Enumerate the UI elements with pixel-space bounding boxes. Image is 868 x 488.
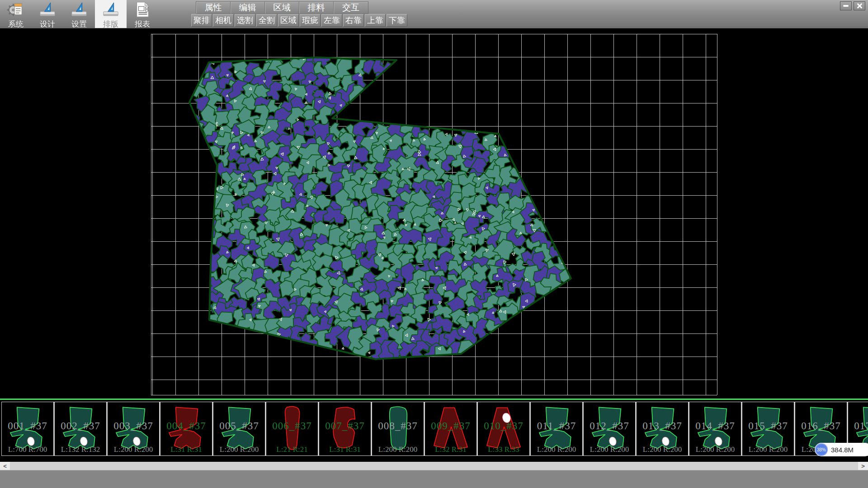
part-lr-count: L:200 R:200 <box>637 445 688 454</box>
part-tile-008_#37[interactable]: 008_#37L:200 R:200 <box>372 402 425 456</box>
action-button-7[interactable]: 左靠 <box>321 14 342 27</box>
module-button-3[interactable]: 设置 <box>63 0 95 28</box>
part-label: 002_#37 <box>55 420 106 432</box>
part-tile-005_#37[interactable]: 005_#37L:200 R:200 <box>213 402 266 456</box>
module-button-1[interactable]: 系统 <box>0 0 32 28</box>
part-tile-010_#37[interactable]: 010_#37L:33 R:33 <box>477 402 530 456</box>
menu-tab-2[interactable]: 编辑 <box>231 2 265 14</box>
part-lr-count: L:200 R:200 <box>372 445 424 454</box>
part-label: 014_#37 <box>689 420 741 432</box>
part-label: 016_#37 <box>795 420 847 432</box>
part-lr-count: L:200 R:200 <box>584 445 635 454</box>
part-label: 004_#37 <box>160 420 212 432</box>
part-label: 006_#37 <box>266 420 318 432</box>
part-lr-count: L:31 R:31 <box>160 445 212 454</box>
part-label: 001_#37 <box>2 420 53 432</box>
horizontal-scrollbar[interactable]: < > <box>0 462 868 470</box>
system-icon <box>7 1 25 20</box>
module-button-5[interactable]: 报表 <box>127 0 158 28</box>
part-tile-004_#37[interactable]: 004_#37L:31 R:31 <box>160 402 213 456</box>
part-lr-count: L:200 R:200 <box>689 445 741 454</box>
application-window: 系统设计设置排版报表 属性编辑区域排料交互 聚排相机选割全割区域瑕疵左靠右靠上靠… <box>0 0 868 488</box>
memory-amount: 384.8M <box>831 446 854 454</box>
module-button-4[interactable]: 排版 <box>95 0 127 28</box>
action-button-10[interactable]: 下靠 <box>387 14 407 27</box>
module-button-label: 排版 <box>103 20 118 29</box>
part-lr-count: L:31 R:31 <box>319 445 371 454</box>
part-tile-012_#37[interactable]: 012_#37L:200 R:200 <box>583 402 636 456</box>
nesting-canvas[interactable] <box>0 28 868 456</box>
ruler-icon <box>38 1 57 20</box>
part-label: 015_#37 <box>742 420 794 432</box>
minimize-button[interactable] <box>840 1 852 10</box>
action-button-6[interactable]: 瑕疵 <box>300 14 321 27</box>
part-label: 010_#37 <box>478 420 529 432</box>
part-lr-count: L:700 R:700 <box>2 445 53 454</box>
close-icon <box>856 3 863 9</box>
report-icon <box>133 1 151 20</box>
part-lr-count: L:200 R:200 <box>742 445 794 454</box>
action-button-bar: 聚排相机选割全割区域瑕疵左靠右靠上靠下靠 <box>191 14 408 27</box>
status-bar <box>0 470 868 488</box>
part-label: 007_#37 <box>319 420 371 432</box>
menu-tab-1[interactable]: 属性 <box>196 2 231 14</box>
part-tile-003_#37[interactable]: 003_#37L:200 R:200 <box>107 402 160 456</box>
action-button-4[interactable]: 全割 <box>256 14 277 27</box>
part-tile-009_#37[interactable]: 009_#37L:32 R:31 <box>425 402 477 456</box>
scroll-left-button[interactable]: < <box>0 462 10 470</box>
part-lr-count: L:32 R:31 <box>425 445 476 454</box>
part-label: 013_#37 <box>637 420 688 432</box>
menu-tab-5[interactable]: 交互 <box>334 2 368 14</box>
module-button-label: 设置 <box>71 20 87 29</box>
minimize-icon <box>843 5 849 7</box>
part-label: 008_#37 <box>372 420 424 432</box>
part-lr-count: L:200 R:200 <box>108 445 159 454</box>
memory-percent-badge: 38% <box>815 443 828 456</box>
close-button[interactable] <box>854 1 865 10</box>
part-lr-count: L:132 R:132 <box>55 445 106 454</box>
part-label: 017_#37 <box>848 420 868 432</box>
action-button-8[interactable]: 右靠 <box>343 14 364 27</box>
part-lr-count: L:200 R:200 <box>213 445 265 454</box>
action-button-3[interactable]: 选割 <box>235 14 255 27</box>
part-tile-001_#37[interactable]: 001_#37L:700 R:700 <box>1 402 54 456</box>
part-tile-011_#37[interactable]: 011_#37L:200 R:200 <box>530 402 583 456</box>
parts-panel: 001_#37L:700 R:700002_#37L:132 R:132003_… <box>0 399 868 456</box>
module-button-label: 报表 <box>135 20 150 29</box>
part-lr-count: L:21 R:21 <box>266 445 318 454</box>
part-tile-007_#37[interactable]: 007_#37L:31 R:31 <box>319 402 372 456</box>
part-tile-002_#37[interactable]: 002_#37L:132 R:132 <box>54 402 107 456</box>
part-label: 003_#37 <box>108 420 159 432</box>
ruler-icon <box>70 1 88 20</box>
action-button-1[interactable]: 聚排 <box>191 14 212 27</box>
part-label: 011_#37 <box>531 420 582 432</box>
action-button-2[interactable]: 相机 <box>213 14 234 27</box>
parts-list: 001_#37L:700 R:700002_#37L:132 R:132003_… <box>1 402 868 456</box>
module-button-label: 设计 <box>40 20 55 29</box>
ruler-icon <box>102 1 120 20</box>
part-tile-014_#37[interactable]: 014_#37L:200 R:200 <box>689 402 742 456</box>
part-lr-count: L:200 R:200 <box>531 445 582 454</box>
menu-tab-strip: 属性编辑区域排料交互 <box>196 1 368 14</box>
action-button-9[interactable]: 上靠 <box>365 14 386 27</box>
scroll-right-button[interactable]: > <box>858 462 868 470</box>
part-tile-015_#37[interactable]: 015_#37L:200 R:200 <box>742 402 795 456</box>
part-label: 005_#37 <box>213 420 265 432</box>
module-button-2[interactable]: 设计 <box>32 0 63 28</box>
memory-overlay[interactable]: 38% 384.8M <box>815 443 868 456</box>
window-controls <box>840 1 865 10</box>
part-label: 012_#37 <box>584 420 635 432</box>
part-label: 009_#37 <box>425 420 476 432</box>
menu-tab-3[interactable]: 区域 <box>265 2 299 14</box>
menu-tab-4[interactable]: 排料 <box>299 2 334 14</box>
module-button-label: 系统 <box>8 20 24 29</box>
module-icon-bar: 系统设计设置排版报表 <box>0 0 158 28</box>
toolbar: 系统设计设置排版报表 属性编辑区域排料交互 聚排相机选割全割区域瑕疵左靠右靠上靠… <box>0 0 868 28</box>
part-lr-count: L:33 R:33 <box>478 445 529 454</box>
part-tile-013_#37[interactable]: 013_#37L:200 R:200 <box>636 402 689 456</box>
part-tile-006_#37[interactable]: 006_#37L:21 R:21 <box>266 402 319 456</box>
action-button-5[interactable]: 区域 <box>278 14 299 27</box>
